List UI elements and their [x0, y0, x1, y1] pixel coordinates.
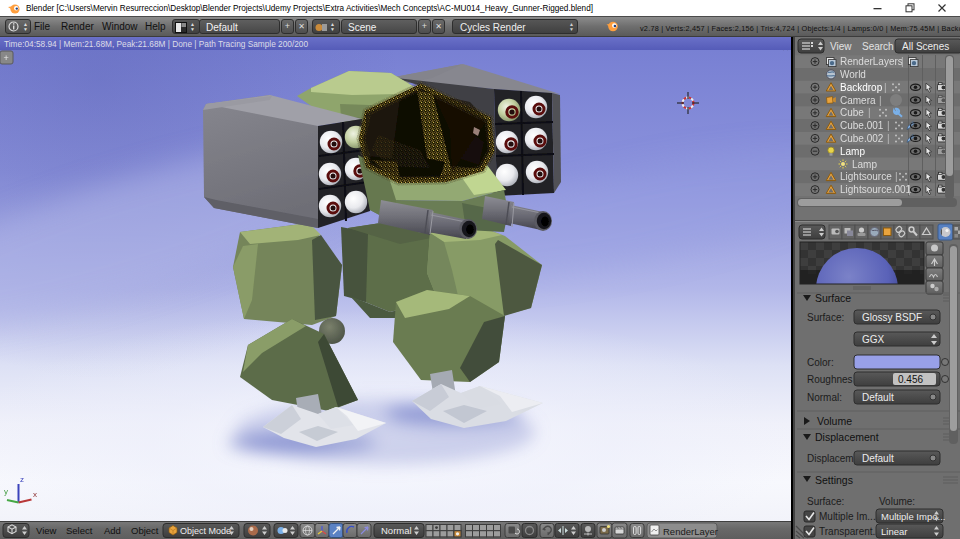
svg-text:x: x — [33, 490, 37, 499]
svg-text:Object: Object — [131, 525, 159, 536]
svg-text:+: + — [4, 53, 9, 63]
svg-text:Surface:: Surface: — [807, 312, 844, 323]
svg-text:Search: Search — [862, 41, 894, 52]
svg-text:Roughnes: Roughnes — [807, 374, 853, 385]
svg-text:y: y — [4, 487, 8, 496]
svg-text:Surface: Surface — [815, 292, 851, 304]
svg-text:Lightsource.001: Lightsource.001 — [840, 184, 912, 195]
svg-text:Lightsource: Lightsource — [840, 171, 892, 182]
svg-text:Volume: Volume — [817, 415, 852, 427]
svg-text:Displacement: Displacement — [815, 431, 879, 443]
svg-text:z: z — [20, 475, 24, 484]
svg-text:|: | — [901, 56, 904, 67]
svg-text:Transparent...: Transparent... — [819, 526, 881, 537]
svg-text:RenderLayer: RenderLayer — [663, 526, 718, 537]
svg-text:Multiple Im...: Multiple Im... — [819, 511, 876, 522]
svg-text:Default: Default — [862, 392, 894, 403]
svg-text:View: View — [36, 525, 57, 536]
svg-text:|: | — [887, 120, 890, 131]
svg-text:Lamp: Lamp — [840, 146, 865, 157]
svg-text:View: View — [830, 41, 852, 52]
svg-text:World: World — [840, 69, 866, 80]
svg-text:|: | — [895, 171, 898, 182]
svg-text:Default: Default — [862, 453, 894, 464]
svg-text:Surface:: Surface: — [807, 496, 844, 507]
svg-text:GGX: GGX — [862, 334, 885, 345]
svg-text:Normal: Normal — [381, 525, 412, 536]
svg-text:|: | — [884, 82, 887, 93]
svg-text:|: | — [879, 95, 882, 106]
svg-text:Volume:: Volume: — [879, 496, 915, 507]
svg-text:Camera: Camera — [840, 95, 876, 106]
svg-text:|: | — [887, 133, 890, 144]
svg-text:Cube: Cube — [840, 107, 864, 118]
svg-text:Object Mode: Object Mode — [180, 526, 231, 536]
svg-text:Glossy BSDF: Glossy BSDF — [862, 312, 922, 323]
svg-text:|: | — [868, 107, 871, 118]
svg-text:Displacem: Displacem — [807, 453, 854, 464]
svg-text:0.456: 0.456 — [898, 374, 923, 385]
svg-text:Linear: Linear — [881, 526, 907, 537]
svg-text:Lamp: Lamp — [852, 159, 877, 170]
svg-text:Backdrop: Backdrop — [840, 82, 883, 93]
svg-text:Color:: Color: — [807, 357, 834, 368]
svg-text:All Scenes: All Scenes — [902, 41, 949, 52]
svg-text:Cube.001: Cube.001 — [840, 120, 884, 131]
svg-text:Cube.002: Cube.002 — [840, 133, 884, 144]
svg-text:Settings: Settings — [815, 474, 853, 486]
svg-text:RenderLayers: RenderLayers — [840, 56, 903, 67]
svg-text:Select: Select — [66, 525, 93, 536]
svg-text:Add: Add — [104, 525, 121, 536]
svg-text:Normal:: Normal: — [807, 392, 842, 403]
